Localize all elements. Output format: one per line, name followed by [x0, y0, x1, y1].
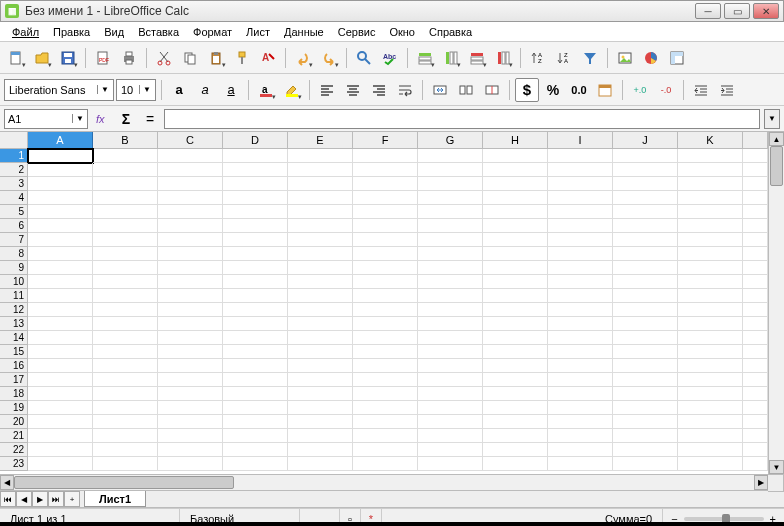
cell[interactable]	[743, 275, 768, 289]
cell[interactable]	[418, 163, 483, 177]
row-header-22[interactable]: 22	[0, 443, 28, 457]
cell[interactable]	[28, 261, 93, 275]
cell[interactable]	[743, 359, 768, 373]
cell[interactable]	[28, 387, 93, 401]
cell[interactable]	[483, 317, 548, 331]
cell[interactable]	[223, 247, 288, 261]
cell[interactable]	[158, 289, 223, 303]
cell[interactable]	[613, 359, 678, 373]
merge-center-button[interactable]	[454, 78, 478, 102]
cell[interactable]	[548, 443, 613, 457]
status-insert-mode[interactable]	[300, 509, 340, 526]
cell[interactable]	[28, 331, 93, 345]
cell[interactable]	[483, 373, 548, 387]
cell[interactable]	[548, 359, 613, 373]
cell[interactable]	[158, 275, 223, 289]
cell[interactable]	[353, 457, 418, 471]
cell[interactable]	[613, 317, 678, 331]
cell[interactable]	[28, 247, 93, 261]
cell[interactable]	[418, 345, 483, 359]
cell[interactable]	[28, 373, 93, 387]
currency-button[interactable]: $	[515, 78, 539, 102]
cell[interactable]	[678, 191, 743, 205]
cell[interactable]	[158, 303, 223, 317]
cell[interactable]	[353, 331, 418, 345]
cell[interactable]	[613, 149, 678, 163]
cell[interactable]	[288, 387, 353, 401]
cell[interactable]	[418, 191, 483, 205]
hscroll-thumb[interactable]	[14, 476, 234, 489]
cell[interactable]	[678, 177, 743, 191]
zoom-out-button[interactable]: −	[671, 513, 677, 525]
scroll-up-button[interactable]: ▲	[769, 132, 784, 146]
col-header-F[interactable]: F	[353, 132, 418, 149]
cell[interactable]	[158, 457, 223, 471]
find-button[interactable]	[352, 46, 376, 70]
cell[interactable]	[743, 149, 768, 163]
cell[interactable]	[743, 345, 768, 359]
cell[interactable]	[288, 457, 353, 471]
number-format-button[interactable]: 0.0	[567, 78, 591, 102]
date-format-button[interactable]	[593, 78, 617, 102]
row-header-21[interactable]: 21	[0, 429, 28, 443]
cell[interactable]	[743, 247, 768, 261]
cell[interactable]	[483, 401, 548, 415]
cell[interactable]	[158, 317, 223, 331]
cell[interactable]	[548, 163, 613, 177]
cell[interactable]	[93, 289, 158, 303]
row-header-15[interactable]: 15	[0, 345, 28, 359]
cell[interactable]	[158, 345, 223, 359]
underline-button[interactable]: a	[219, 78, 243, 102]
cell[interactable]	[613, 247, 678, 261]
cell[interactable]	[158, 191, 223, 205]
export-pdf-button[interactable]: PDF	[91, 46, 115, 70]
cell[interactable]	[223, 373, 288, 387]
vscroll-thumb[interactable]	[770, 146, 783, 186]
cell[interactable]	[93, 401, 158, 415]
cut-button[interactable]	[152, 46, 176, 70]
cell[interactable]	[158, 401, 223, 415]
sheet-first-button[interactable]: ⏮	[0, 491, 16, 507]
scroll-right-button[interactable]: ▶	[754, 475, 768, 490]
cell[interactable]	[418, 219, 483, 233]
cell[interactable]	[743, 317, 768, 331]
cell[interactable]	[288, 177, 353, 191]
cell[interactable]	[613, 177, 678, 191]
insert-image-button[interactable]	[613, 46, 637, 70]
cell[interactable]	[223, 261, 288, 275]
cell[interactable]	[548, 401, 613, 415]
cell[interactable]	[223, 177, 288, 191]
cell[interactable]	[548, 373, 613, 387]
cell[interactable]	[483, 163, 548, 177]
cell[interactable]	[223, 149, 288, 163]
align-right-button[interactable]	[367, 78, 391, 102]
col-header-J[interactable]: J	[613, 132, 678, 149]
horizontal-scrollbar[interactable]: ◀ ▶	[0, 474, 784, 490]
cell[interactable]	[418, 401, 483, 415]
cell[interactable]	[93, 205, 158, 219]
cell[interactable]	[743, 443, 768, 457]
cell[interactable]	[613, 387, 678, 401]
cell[interactable]	[743, 219, 768, 233]
cell[interactable]	[28, 317, 93, 331]
highlight-color-button[interactable]	[280, 78, 304, 102]
cell[interactable]	[418, 373, 483, 387]
row-header-9[interactable]: 9	[0, 261, 28, 275]
cell[interactable]	[28, 289, 93, 303]
cell[interactable]	[613, 373, 678, 387]
menu-edit[interactable]: Правка	[47, 24, 96, 40]
delete-row-button[interactable]	[465, 46, 489, 70]
bold-button[interactable]: a	[167, 78, 191, 102]
cell[interactable]	[743, 331, 768, 345]
cell[interactable]	[223, 443, 288, 457]
sheet-next-button[interactable]: ▶	[32, 491, 48, 507]
cell[interactable]	[93, 317, 158, 331]
cell[interactable]	[613, 303, 678, 317]
cell[interactable]	[223, 359, 288, 373]
cell[interactable]	[93, 219, 158, 233]
cell[interactable]	[678, 359, 743, 373]
cell[interactable]	[483, 247, 548, 261]
cell[interactable]	[223, 233, 288, 247]
cell[interactable]	[483, 345, 548, 359]
col-header-H[interactable]: H	[483, 132, 548, 149]
